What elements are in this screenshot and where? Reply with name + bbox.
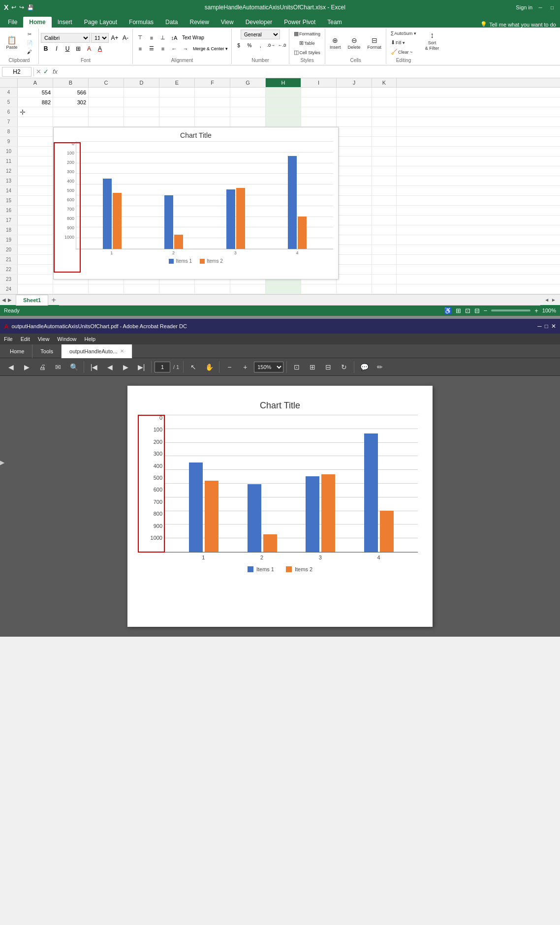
draw-button[interactable]: ✏ (373, 360, 387, 374)
rotate-button[interactable]: ↻ (337, 360, 351, 374)
minimize-icon[interactable]: ─ (536, 3, 544, 11)
zoom-out-icon[interactable]: − (484, 307, 488, 314)
fill-color-button[interactable]: A (84, 44, 94, 54)
cell-d7[interactable] (124, 117, 159, 126)
italic-button[interactable]: I (52, 44, 62, 54)
align-right-button[interactable]: ≡ (157, 44, 168, 54)
tab-file[interactable]: File (2, 17, 23, 28)
number-format-select[interactable]: General (241, 30, 280, 39)
cell-g5[interactable] (230, 97, 266, 107)
select-tool-button[interactable]: ↖ (187, 360, 200, 374)
align-left-button[interactable]: ≡ (135, 44, 146, 54)
tab-team[interactable]: Team (321, 17, 347, 28)
last-page-button[interactable]: ▶| (134, 360, 148, 374)
fit-width-button[interactable]: ⊞ (306, 360, 319, 374)
decrease-indent-button[interactable]: ← (169, 44, 180, 54)
cell-h4[interactable] (266, 88, 301, 97)
prev-page-button[interactable]: ◀ (103, 360, 117, 374)
cell-reference-box[interactable] (2, 67, 31, 77)
email-button[interactable]: ✉ (51, 360, 65, 374)
align-middle-button[interactable]: ≡ (146, 33, 157, 43)
cell-a5[interactable]: 882 (18, 97, 53, 107)
cell-a7[interactable] (18, 117, 53, 126)
cell-g7[interactable] (230, 117, 266, 126)
cell-styles-button[interactable]: ◫ Cell Styles (291, 48, 323, 57)
align-center-button[interactable]: ☰ (146, 44, 157, 54)
next-sheet-icon[interactable]: ▶ (8, 297, 12, 303)
tab-formulas[interactable]: Formulas (123, 17, 159, 28)
cell-e4[interactable] (159, 88, 195, 97)
acrobat-tab-home[interactable]: Home (2, 344, 32, 358)
acrobat-tab-tools[interactable]: Tools (32, 344, 62, 358)
currency-button[interactable]: $ (234, 40, 244, 50)
wrap-text-button[interactable]: Text Wrap (180, 34, 206, 41)
format-as-table-button[interactable]: ⊞ Table (297, 39, 317, 47)
tab-power-pivot[interactable]: Power Pivot (278, 17, 321, 28)
cell-h5[interactable] (266, 97, 301, 107)
sign-in-button[interactable]: Sign in (516, 4, 532, 10)
acrobat-tab-document[interactable]: outputHandleAuto... ✕ (62, 344, 132, 358)
excel-chart[interactable]: Chart Title 1000 900 800 700 600 500 400 (53, 127, 339, 279)
cell-e6[interactable] (159, 107, 195, 117)
cell-c4[interactable] (89, 88, 124, 97)
delete-cells-button[interactable]: ⊖ Delete (345, 35, 363, 51)
format-painter-button[interactable]: 🖌 (23, 48, 36, 56)
acrobat-tab-close-icon[interactable]: ✕ (120, 348, 124, 354)
cell-c5[interactable] (89, 97, 124, 107)
redo-icon[interactable]: ↪ (19, 4, 24, 11)
fill-button[interactable]: ⬇ Fill ▾ (388, 38, 407, 47)
cell-k8[interactable] (372, 127, 397, 136)
bold-button[interactable]: B (41, 44, 51, 54)
insert-cells-button[interactable]: ⊕ Insert (327, 35, 343, 51)
cell-a6[interactable]: ✛ (18, 107, 53, 117)
scroll-left-icon[interactable]: ◄ (544, 297, 549, 303)
cell-c7[interactable] (89, 117, 124, 126)
close-icon[interactable]: ✕ (551, 323, 556, 330)
cell-j4[interactable] (337, 88, 372, 97)
cell-e7[interactable] (159, 117, 195, 126)
side-nav-arrow[interactable]: ▶ (0, 459, 4, 466)
tab-view[interactable]: View (215, 17, 240, 28)
page-break-view-icon[interactable]: ⊟ (474, 307, 480, 314)
cell-j5[interactable] (337, 97, 372, 107)
scroll-right-icon[interactable]: ► (551, 297, 556, 303)
cell-b7[interactable] (53, 117, 89, 126)
cell-f7[interactable] (195, 117, 230, 126)
cell-g4[interactable] (230, 88, 266, 97)
tab-home[interactable]: Home (23, 17, 51, 28)
cell-b6[interactable] (53, 107, 89, 117)
cell-d4[interactable] (124, 88, 159, 97)
zoom-in-button[interactable]: + (238, 360, 252, 374)
clear-button[interactable]: 🧹 Clear ~ (388, 48, 415, 56)
cell-j8[interactable] (337, 127, 372, 136)
next-page-button[interactable]: ▶ (119, 360, 132, 374)
first-page-button[interactable]: |◀ (87, 360, 101, 374)
increase-indent-button[interactable]: → (180, 44, 191, 54)
menu-edit[interactable]: Edit (21, 336, 30, 342)
cell-c6[interactable] (89, 107, 124, 117)
col-header-d[interactable]: D (124, 78, 159, 87)
format-cells-button[interactable]: ⊟ Format (365, 35, 384, 51)
tab-review[interactable]: Review (184, 17, 215, 28)
prev-sheet-icon[interactable]: ◀ (2, 297, 6, 303)
page-layout-view-icon[interactable]: ⊡ (465, 307, 470, 314)
cell-d6[interactable] (124, 107, 159, 117)
normal-view-icon[interactable]: ⊞ (456, 307, 461, 314)
tab-page-layout[interactable]: Page Layout (78, 17, 123, 28)
cell-k4[interactable] (372, 88, 397, 97)
col-header-f[interactable]: F (195, 78, 230, 87)
sort-filter-button[interactable]: ↕ Sort & Filter (423, 30, 442, 52)
cell-f6[interactable] (195, 107, 230, 117)
pdf-page[interactable]: Chart Title 1000 900 800 700 600 500 400… (127, 386, 433, 627)
font-size-select[interactable]: 11 (91, 33, 109, 43)
quick-save-icon[interactable]: 💾 (27, 4, 34, 11)
align-bottom-button[interactable]: ⊥ (157, 33, 168, 43)
increase-decimal-button[interactable]: .0→ (266, 40, 276, 50)
fit-page-button[interactable]: ⊟ (321, 360, 335, 374)
copy-button[interactable]: 📄 (23, 39, 36, 47)
decrease-font-button[interactable]: A- (121, 33, 130, 43)
print-button[interactable]: 🖨 (35, 360, 49, 374)
menu-help[interactable]: Help (84, 336, 95, 342)
menu-window[interactable]: Window (57, 336, 76, 342)
zoom-out-button[interactable]: − (222, 360, 236, 374)
